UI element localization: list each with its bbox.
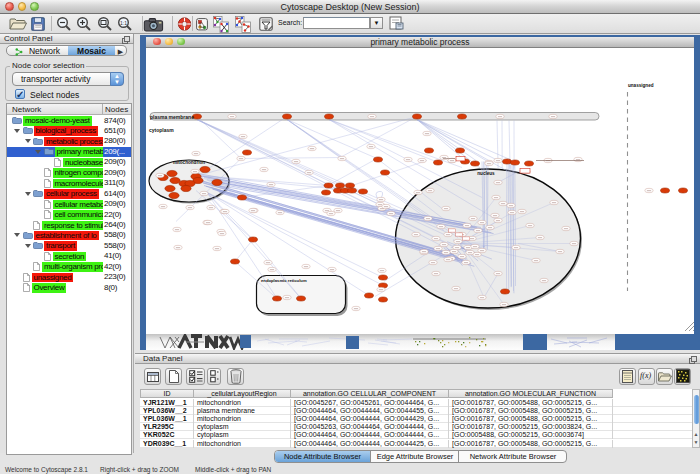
- svg-text:cytoplasm: cytoplasm: [149, 126, 174, 132]
- svg-text:plasma membrane: plasma membrane: [150, 113, 194, 119]
- svg-text:1:1: 1:1: [120, 20, 127, 26]
- svg-text:unassigned: unassigned: [628, 83, 654, 88]
- svg-text:mitochondrion: mitochondrion: [173, 159, 205, 164]
- svg-text:nucleus: nucleus: [477, 171, 495, 176]
- svg-text:endoplasmic reticulum: endoplasmic reticulum: [261, 278, 307, 283]
